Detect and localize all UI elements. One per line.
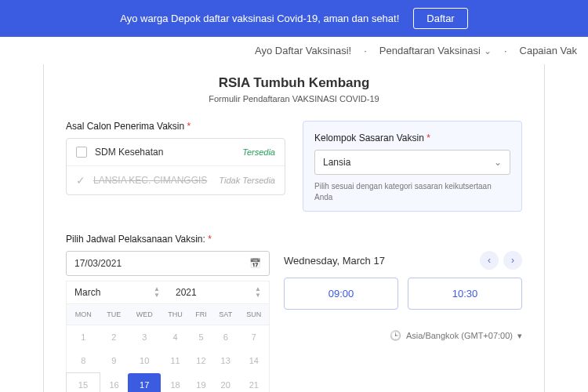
target-group-box: Kelompok Sasaran Vaksin * Lansia Pilih s… (303, 121, 522, 212)
checkbox-icon (76, 147, 87, 158)
form-header: RSIA Tumbuh Kembang Formulir Pendaftaran… (66, 64, 522, 121)
nav-dot: · (504, 45, 507, 56)
calendar-day[interactable]: 1 (67, 325, 100, 350)
selected-day-label: Wednesday, March 17 (284, 255, 385, 267)
time-slot-1030[interactable]: 10:30 (408, 278, 522, 310)
calendar-icon (249, 258, 261, 269)
timezone-label[interactable]: Asia/Bangkok (GMT+07:00) ▾ (284, 330, 522, 341)
nav-pendaftaran[interactable]: Pendaftaran Vaksinasi (379, 45, 492, 56)
calendar-day[interactable]: 3 (128, 325, 161, 350)
calendar-day[interactable]: 4 (161, 325, 190, 350)
calendar-day[interactable]: 17 (128, 373, 161, 393)
year-stepper[interactable]: 2021▲▼ (168, 281, 269, 303)
banner-register-button[interactable]: Daftar (413, 8, 467, 29)
clock-icon (390, 330, 401, 341)
next-day-button[interactable]: › (503, 251, 522, 270)
origin-options: SDM Kesehatan Tersedia ✓ LANSIA KEC. CIM… (66, 138, 285, 195)
form-subtitle: Formulir Pendaftaran VAKSINASI COVID-19 (66, 94, 522, 103)
chevron-down-icon: ▾ (517, 331, 522, 341)
month-stepper[interactable]: March▲▼ (67, 281, 168, 303)
calendar-dow: SAT (212, 304, 239, 325)
calendar-day[interactable]: 16 (100, 373, 128, 393)
group-label: Kelompok Sasaran Vaksin * (314, 132, 510, 143)
group-hint: Pilih sesuai dengan kategori sasaran kei… (314, 181, 510, 203)
calendar-day[interactable]: 9 (100, 349, 128, 373)
stepper-icon: ▲▼ (154, 286, 160, 299)
calendar-dow: MON (67, 304, 100, 325)
origin-option-lansia: ✓ LANSIA KEC. CIMANGGIS Tidak Tersedia (67, 165, 285, 194)
nav-dot: · (364, 45, 367, 56)
chevron-down-icon (494, 157, 502, 168)
origin-label: Asal Calon Penerima Vaksin * (66, 121, 285, 132)
calendar-day[interactable]: 10 (128, 349, 161, 373)
calendar-day[interactable]: 21 (239, 373, 270, 393)
date-input[interactable]: 17/03/2021 (66, 251, 270, 276)
calendar-day[interactable]: 18 (161, 373, 190, 393)
schedule-label: Pilih Jadwal Pelaksanaan Vaksin: * (66, 234, 522, 245)
calendar-day[interactable]: 6 (212, 325, 239, 350)
date-picker: 17/03/2021 March▲▼ 2021▲▼ MONTUEWEDTHUFR… (66, 251, 270, 392)
calendar-day[interactable]: 19 (190, 373, 212, 393)
calendar-dow: SUN (239, 304, 270, 325)
calendar-day[interactable]: 5 (190, 325, 212, 350)
calendar-day[interactable]: 8 (67, 349, 100, 373)
stepper-icon: ▲▼ (255, 286, 261, 299)
calendar-day[interactable]: 15 (67, 373, 100, 393)
banner-text: Ayo warga Depok daftar vaksinasi Covid-1… (120, 13, 399, 24)
top-nav: Ayo Daftar Vaksinasi! · Pendaftaran Vaks… (0, 37, 588, 64)
chevron-down-icon (484, 45, 492, 56)
calendar-dow: TUE (100, 304, 128, 325)
check-icon: ✓ (76, 174, 85, 187)
nav-capaian[interactable]: Capaian Vak (520, 45, 577, 56)
calendar-day[interactable]: 20 (212, 373, 239, 393)
calendar-day[interactable]: 13 (212, 349, 239, 373)
facility-title: RSIA Tumbuh Kembang (66, 75, 522, 91)
calendar-dow: WED (128, 304, 161, 325)
calendar-dow: THU (161, 304, 190, 325)
calendar-dow: FRI (190, 304, 212, 325)
time-slot-0900[interactable]: 09:00 (284, 278, 398, 310)
calendar-grid: MONTUEWEDTHUFRISATSUN 123456789101112131… (66, 303, 270, 392)
calendar-day[interactable]: 14 (239, 349, 270, 373)
form-card: RSIA Tumbuh Kembang Formulir Pendaftaran… (43, 64, 545, 392)
prev-day-button[interactable]: ‹ (480, 251, 499, 270)
calendar-day[interactable]: 2 (100, 325, 128, 350)
calendar-day[interactable]: 12 (190, 349, 212, 373)
announcement-banner: Ayo warga Depok daftar vaksinasi Covid-1… (0, 0, 588, 37)
calendar-day[interactable]: 11 (161, 349, 190, 373)
nav-ayo-daftar[interactable]: Ayo Daftar Vaksinasi! (255, 45, 351, 56)
origin-option-sdm[interactable]: SDM Kesehatan Tersedia (67, 139, 285, 165)
group-select[interactable]: Lansia (314, 150, 510, 175)
calendar-day[interactable]: 7 (239, 325, 270, 350)
